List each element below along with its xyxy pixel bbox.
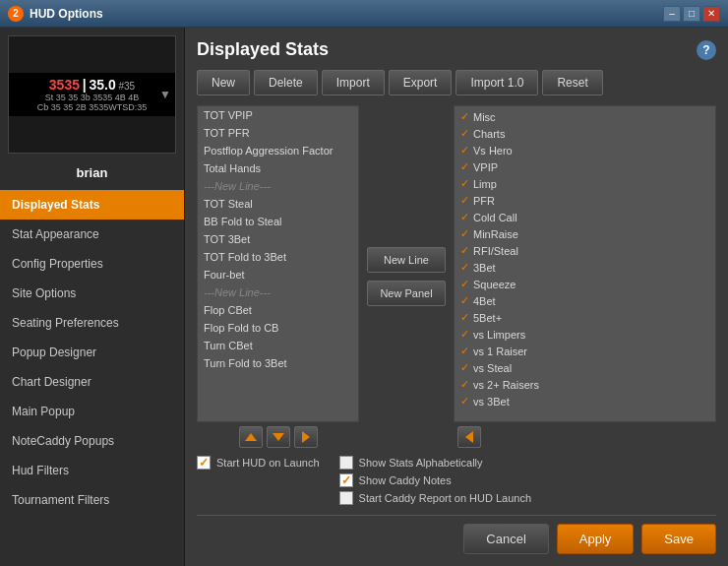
check-icon2: ✓: [341, 473, 351, 487]
list-item[interactable]: TOT 3Bet: [198, 230, 358, 248]
check-mark-icon: ✓: [460, 160, 469, 173]
list-item[interactable]: ✓vs Limpers: [455, 326, 715, 343]
show-alphabetically-row: Show Stats Alphabetically: [339, 456, 531, 470]
list-item[interactable]: Total Hands: [198, 159, 358, 177]
sidebar-item-site-options[interactable]: Site Options: [0, 279, 184, 308]
list-item[interactable]: Turn CBet: [198, 337, 358, 354]
sidebar-item-tournament-filters[interactable]: Tournament Filters: [0, 485, 184, 515]
options-left: ✓ Start HUD on Launch: [197, 456, 320, 470]
list-item[interactable]: ✓Limp: [455, 175, 715, 192]
show-alphabetically-checkbox[interactable]: [339, 456, 353, 470]
info-icon[interactable]: ?: [697, 40, 716, 60]
list-item[interactable]: TOT Fold to 3Bet: [198, 248, 358, 266]
reset-button[interactable]: Reset: [542, 70, 602, 95]
list-item[interactable]: ✓RFI/Steal: [455, 242, 715, 259]
sidebar-item-displayed-stats[interactable]: Displayed Stats: [0, 190, 184, 220]
new-panel-button[interactable]: New Panel: [367, 281, 446, 306]
sidebar-item-notecaddy-popups[interactable]: NoteCaddy Popups: [0, 426, 184, 456]
hud-number-white: 35.0: [89, 77, 115, 93]
list-item[interactable]: TOT VPIP: [198, 106, 358, 124]
new-button[interactable]: New: [197, 70, 250, 95]
list-item[interactable]: ✓vs 1 Raiser: [455, 343, 715, 359]
list-item[interactable]: ✓4Bet: [455, 292, 715, 309]
start-hud-checkbox[interactable]: ✓: [197, 456, 211, 470]
list-item[interactable]: TOT PFR: [198, 124, 358, 142]
stat-label: vs 3Bet: [473, 396, 510, 408]
list-item[interactable]: ✓5Bet+: [455, 309, 715, 326]
list-item[interactable]: ✓Vs Hero: [455, 142, 715, 158]
delete-button[interactable]: Delete: [254, 70, 318, 95]
maximize-button[interactable]: □: [683, 6, 700, 22]
new-line-button[interactable]: New Line: [367, 247, 446, 273]
list-item[interactable]: ✓Charts: [455, 125, 715, 142]
list-item[interactable]: Turn Fold to 3Bet: [198, 354, 358, 372]
list-item[interactable]: Flop CBet: [198, 301, 358, 319]
stat-label: Squeeze: [473, 279, 516, 290]
list-item[interactable]: ✓vs 3Bet: [455, 393, 715, 409]
stats-left-list: TOT VPIPTOT PFRPostflop Aggression Facto…: [198, 106, 358, 372]
list-item[interactable]: ---New Line---: [198, 283, 358, 301]
sidebar-item-chart-designer[interactable]: Chart Designer: [0, 367, 184, 397]
import-button[interactable]: Import: [322, 70, 385, 95]
dropdown-arrow-icon[interactable]: ▼: [159, 88, 171, 101]
arrow-down-button[interactable]: [267, 426, 290, 448]
content-area: Displayed Stats ? New Delete Import Expo…: [185, 28, 728, 566]
stat-label: MinRaise: [473, 228, 518, 240]
list-item[interactable]: ✓VPIP: [455, 158, 715, 175]
list-item[interactable]: Four-bet: [198, 266, 358, 283]
stats-left-list-container[interactable]: TOT VPIPTOT PFRPostflop Aggression Facto…: [197, 105, 359, 422]
export-button[interactable]: Export: [389, 70, 453, 95]
stat-label: PFR: [473, 195, 495, 207]
content-header: Displayed Stats ?: [197, 39, 716, 60]
main-layout: 3535 | 35.0 #35 St 35 35 3b 3535 4B 4B C…: [0, 28, 728, 566]
list-item[interactable]: ✓Squeeze: [455, 276, 715, 292]
show-caddy-notes-checkbox[interactable]: ✓: [339, 473, 353, 487]
list-item[interactable]: ---New Line---: [198, 177, 358, 195]
minimize-button[interactable]: –: [663, 6, 681, 22]
list-item[interactable]: TOT Steal: [198, 195, 358, 213]
options-right: Show Stats Alphabetically ✓ Show Caddy N…: [339, 456, 531, 505]
list-item[interactable]: Postflop Aggression Factor: [198, 142, 358, 159]
arrow-left-button[interactable]: [457, 426, 481, 448]
stats-right-list-container[interactable]: ✓Misc✓Charts✓Vs Hero✓VPIP✓Limp✓PFR✓Cold …: [454, 105, 716, 422]
sidebar-item-config-properties[interactable]: Config Properties: [0, 249, 184, 279]
list-item[interactable]: Flop Fold to CB: [198, 319, 358, 337]
sidebar-item-seating-preferences[interactable]: Seating Preferences: [0, 308, 184, 338]
save-button[interactable]: Save: [641, 524, 716, 554]
list-item[interactable]: ✓vs Steal: [455, 359, 715, 376]
check-mark-icon: ✓: [460, 227, 469, 240]
list-item[interactable]: ✓Misc: [455, 108, 715, 125]
list-item[interactable]: ✓Cold Call: [455, 209, 715, 225]
start-caddy-report-checkbox[interactable]: [339, 491, 353, 505]
check-mark-icon: ✓: [460, 294, 469, 307]
stat-label: vs 2+ Raisers: [473, 379, 539, 391]
list-item[interactable]: ✓3Bet: [455, 259, 715, 276]
show-caddy-notes-row: ✓ Show Caddy Notes: [339, 473, 531, 487]
sidebar-item-stat-appearance[interactable]: Stat Appearance: [0, 220, 184, 249]
stats-right-panel: ✓Misc✓Charts✓Vs Hero✓VPIP✓Limp✓PFR✓Cold …: [454, 105, 716, 448]
check-mark-icon: ✓: [460, 211, 469, 223]
list-item[interactable]: BB Fold to Steal: [198, 213, 358, 230]
list-item[interactable]: ✓PFR: [455, 192, 715, 209]
hud-separator: |: [83, 77, 87, 93]
sidebar-item-popup-designer[interactable]: Popup Designer: [0, 338, 184, 367]
sidebar-item-main-popup[interactable]: Main Popup: [0, 397, 184, 426]
apply-button[interactable]: Apply: [557, 524, 635, 554]
stat-label: vs Steal: [473, 362, 512, 374]
check-icon: ✓: [199, 456, 209, 470]
list-item[interactable]: ✓MinRaise: [455, 225, 715, 242]
check-mark-icon: ✓: [460, 110, 469, 123]
stat-label: Charts: [473, 128, 505, 140]
sidebar-item-hud-filters[interactable]: Hud Filters: [0, 456, 184, 485]
left-arrow-controls: [197, 426, 359, 448]
check-mark-icon: ✓: [460, 311, 469, 324]
arrow-right-button[interactable]: [294, 426, 318, 448]
page-title: Displayed Stats: [197, 39, 697, 60]
check-mark-icon: ✓: [460, 127, 469, 140]
import10-button[interactable]: Import 1.0: [455, 70, 538, 95]
close-button[interactable]: ✕: [702, 6, 720, 22]
arrow-up-button[interactable]: [239, 426, 263, 448]
show-caddy-notes-label: Show Caddy Notes: [359, 474, 452, 486]
list-item[interactable]: ✓vs 2+ Raisers: [455, 376, 715, 393]
cancel-button[interactable]: Cancel: [463, 524, 548, 554]
